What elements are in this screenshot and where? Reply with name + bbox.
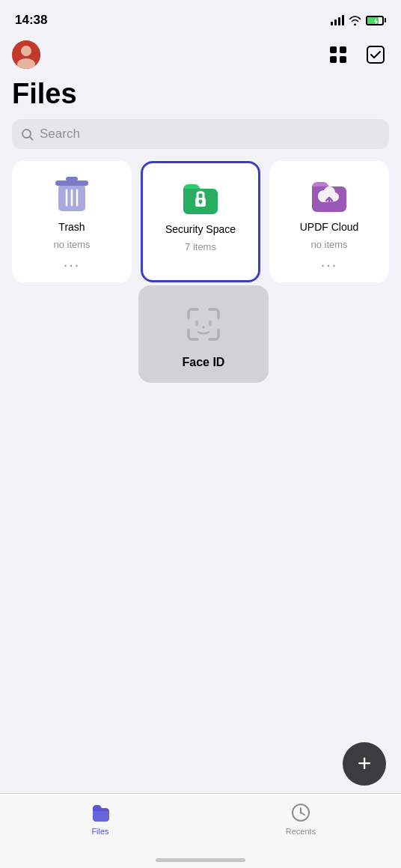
svg-point-26 <box>300 812 302 814</box>
updf-cloud-count: no items <box>310 239 347 250</box>
updf-cloud-more-button[interactable]: ··· <box>321 256 338 273</box>
trash-icon <box>51 173 93 215</box>
tab-bar: Files Recents <box>0 793 401 868</box>
face-id-prompt[interactable]: Face ID <box>138 285 269 383</box>
status-time: 14:38 <box>15 13 47 28</box>
battery-icon <box>366 16 386 25</box>
face-id-label: Face ID <box>183 356 225 369</box>
svg-rect-19 <box>200 202 201 204</box>
trash-folder[interactable]: Trash no items ··· <box>12 161 132 282</box>
svg-rect-13 <box>66 177 78 181</box>
trash-label: Trash <box>58 221 85 233</box>
home-indicator <box>156 858 245 862</box>
face-id-icon <box>180 300 227 348</box>
svg-rect-7 <box>340 56 346 63</box>
files-grid: Trash no items ··· Security Space 7 item… <box>0 161 401 282</box>
wifi-icon <box>349 16 361 25</box>
svg-point-22 <box>202 327 205 330</box>
tab-recents[interactable]: Recents <box>271 801 331 836</box>
security-space-label: Security Space <box>165 223 236 235</box>
recents-tab-label: Recents <box>286 827 316 836</box>
add-icon: + <box>358 751 372 775</box>
search-bar[interactable]: Search <box>12 119 389 149</box>
svg-rect-5 <box>340 46 346 53</box>
header <box>0 37 401 75</box>
signal-icon <box>331 15 344 25</box>
trash-more-button[interactable]: ··· <box>64 256 81 273</box>
select-button[interactable] <box>362 41 389 68</box>
status-icons <box>331 15 386 25</box>
files-tab-label: Files <box>91 827 108 836</box>
search-bar-container: Search <box>0 119 401 161</box>
recents-tab-icon <box>289 801 313 824</box>
updf-cloud-folder[interactable]: UPDF Cloud no items ··· <box>269 161 389 282</box>
svg-rect-4 <box>330 46 337 53</box>
header-right <box>325 41 389 68</box>
svg-rect-8 <box>367 46 384 63</box>
tab-files[interactable]: Files <box>70 801 130 836</box>
files-tab-icon <box>88 801 112 824</box>
security-space-folder[interactable]: Security Space 7 items <box>141 161 260 282</box>
svg-rect-12 <box>55 180 88 186</box>
search-icon <box>21 128 34 141</box>
security-space-count: 7 items <box>185 241 216 252</box>
search-placeholder: Search <box>40 127 80 142</box>
svg-marker-0 <box>374 18 378 25</box>
status-bar: 14:38 <box>0 0 401 37</box>
avatar[interactable] <box>12 40 40 69</box>
svg-point-2 <box>21 46 31 56</box>
updf-cloud-icon <box>308 173 350 215</box>
add-button[interactable]: + <box>343 742 386 786</box>
security-space-icon <box>180 175 221 217</box>
grid-view-button[interactable] <box>325 41 352 68</box>
trash-count: no items <box>53 239 90 250</box>
updf-cloud-label: UPDF Cloud <box>300 221 359 233</box>
svg-line-10 <box>30 136 33 139</box>
page-title: Files <box>0 75 401 119</box>
svg-rect-6 <box>330 56 337 63</box>
